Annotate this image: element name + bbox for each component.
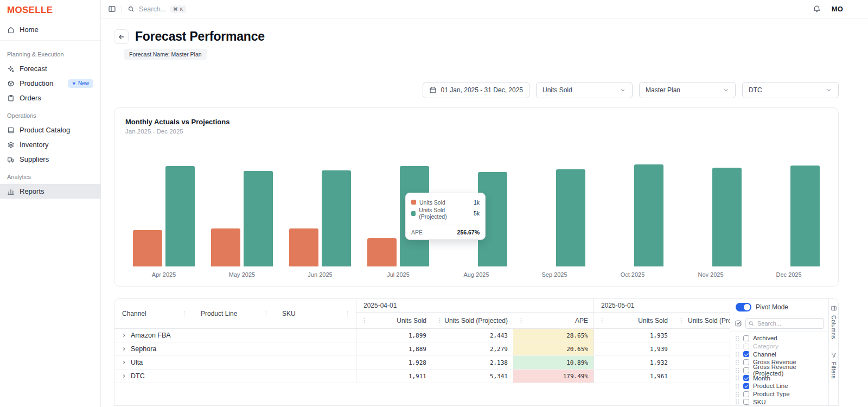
column-menu-icon[interactable]: ⋮ [360,317,368,323]
bar-units-sold-projected[interactable] [634,164,663,266]
panel-toggle-button[interactable] [108,5,116,13]
column-header-units-sold-3[interactable]: ⋮Units Sold [593,313,673,328]
truck-icon [7,156,15,163]
drag-grip-icon[interactable] [735,383,739,389]
drag-grip-icon[interactable] [735,344,739,349]
avatar[interactable]: MO [832,5,843,13]
sidebar-item-product-catalog[interactable]: Product Catalog [0,123,100,137]
column-header-channel[interactable]: Channel⋮ [114,299,193,328]
table-row[interactable]: Ulta1,9282,13810.89%1,932 [114,356,730,370]
drag-grip-icon[interactable] [735,351,739,357]
sidebar-item-label: Reports [20,187,44,195]
plan-select[interactable]: Master Plan [639,82,736,98]
catalog-icon [7,126,15,134]
bar-units-sold[interactable] [289,228,318,266]
column-header-ape-2[interactable]: ⋮APE [513,313,593,328]
sidebar-item-inventory[interactable]: Inventory [0,137,100,152]
legend-swatch [411,200,416,205]
column-menu-icon[interactable]: ⋮ [181,311,189,317]
drag-grip-icon[interactable] [735,367,739,373]
date-range-picker[interactable]: 01 Jan, 2025 - 31 Dec, 2025 [423,82,529,98]
column-menu-icon[interactable]: ⋮ [262,311,270,317]
drag-grip-icon[interactable] [735,375,739,381]
bar-units-sold-projected[interactable] [712,168,742,266]
pivot-field-product-line[interactable]: Product Line [735,382,824,390]
column-header-units-sold-projected-4[interactable]: ⋮Units Sold (Projected) [673,313,730,328]
drag-grip-icon[interactable] [735,399,739,405]
pivot-field-archived[interactable]: Archived [735,334,824,342]
tab-columns[interactable]: Columns [831,303,837,345]
back-button[interactable] [114,29,129,44]
field-checkbox[interactable] [743,335,749,341]
bar-units-sold-projected[interactable] [165,166,195,266]
expand-row-icon[interactable] [122,346,127,352]
topbar: Search... ⌘ K MO [101,0,868,18]
bar-units-sold[interactable] [211,228,240,266]
expand-row-icon[interactable] [122,373,127,379]
select-all-icon[interactable] [735,320,742,327]
row-group-label: Sephora [131,345,156,353]
chart-bar-group: Apr 2025 [133,150,195,278]
table-row[interactable]: Sephora1,8892,27920.65%1,939 [114,342,730,356]
sidebar-item-orders[interactable]: Orders [0,91,100,105]
calendar-icon [429,86,437,94]
drag-grip-icon[interactable] [735,391,739,397]
column-header-units-sold-0[interactable]: ⋮Units Sold [356,313,432,328]
brand-logo[interactable]: MOSELLE [0,5,100,22]
cell-units-sold: 1,935 [593,329,673,342]
tab-divider [829,346,838,346]
field-checkbox[interactable] [743,375,749,381]
channel-select[interactable]: DTC [742,82,839,98]
column-menu-icon[interactable]: ⋮ [343,311,352,317]
column-menu-icon[interactable]: ⋮ [517,317,525,323]
pivot-field-channel[interactable]: Channel [735,350,824,358]
column-header-product-line[interactable]: Product Line⋮ [193,299,275,328]
field-checkbox[interactable] [743,367,749,373]
channel-value: DTC [749,86,762,94]
bar-units-sold-projected[interactable] [244,171,273,266]
table-row[interactable]: DTC1,9115,341179.49%1,961 [114,370,730,383]
field-checkbox[interactable] [743,399,749,405]
sidebar-item-forecast[interactable]: Forecast [0,61,100,76]
field-checkbox[interactable] [743,391,749,397]
sidebar-item-suppliers[interactable]: Suppliers [0,152,100,167]
field-checkbox[interactable] [743,351,749,357]
chart-bar-group: May 2025 [211,150,273,278]
columns-search-input[interactable] [745,318,824,329]
column-menu-icon[interactable]: ⋮ [436,317,444,323]
sidebar-item-reports[interactable]: Reports [0,184,100,199]
pivot-field-sku[interactable]: SKU [735,398,824,406]
table-row[interactable]: Amazon FBA1,8992,44328.65%1,935 [114,329,730,342]
sidebar-item-home[interactable]: Home [0,22,100,37]
field-checkbox[interactable] [743,344,749,349]
pivot-field-gross-revenue-projected[interactable]: Gross Revenue (Projected) [735,366,824,374]
column-menu-icon[interactable]: ⋮ [677,317,685,323]
bar-units-sold-projected[interactable] [790,166,820,266]
notifications-button[interactable] [813,5,821,13]
global-search[interactable]: Search... ⌘ K [127,5,186,13]
pivot-mode-toggle[interactable] [736,303,751,311]
chart-tooltip: Units Sold1kUnits Sold (Projected)5k APE… [405,193,486,240]
chart-bar-group: Nov 2025 [680,150,742,278]
bar-units-sold-projected[interactable] [556,169,585,266]
pivot-field-category[interactable]: Category [735,342,824,351]
bar-units-sold[interactable] [133,230,162,266]
cell-units-sold: 1,932 [593,356,673,369]
column-header-units-sold-projected-1[interactable]: ⋮Units Sold (Projected) [432,313,513,328]
bar-units-sold[interactable] [367,238,397,266]
field-checkbox[interactable] [743,359,749,365]
group-header-2025-04-01: 2025-04-01 [356,299,593,312]
column-header-sku[interactable]: SKU⋮ [275,299,356,328]
drag-grip-icon[interactable] [735,359,739,365]
column-menu-icon[interactable]: ⋮ [598,317,606,323]
cell-units-sold: 1,961 [593,370,673,383]
sidebar-item-production[interactable]: Production★New [0,76,100,91]
expand-row-icon[interactable] [122,360,127,365]
metric-select[interactable]: Units Sold [536,82,633,98]
tab-filters[interactable]: Filters [831,349,837,384]
pivot-field-product-type[interactable]: Product Type [735,390,824,398]
field-checkbox[interactable] [743,383,749,389]
expand-row-icon[interactable] [122,333,127,338]
bar-units-sold-projected[interactable] [322,170,351,266]
drag-grip-icon[interactable] [735,335,739,341]
